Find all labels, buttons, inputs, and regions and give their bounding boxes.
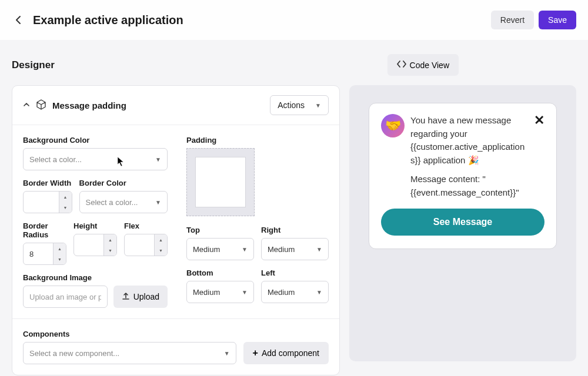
chevron-down-icon: ▼	[242, 289, 248, 296]
preview-line2: Message content: "{{event.message_conten…	[410, 173, 528, 199]
code-icon	[397, 60, 406, 70]
chevron-down-icon: ▼	[155, 199, 161, 206]
padding-bottom-select[interactable]: Medium ▼	[186, 281, 254, 303]
border-radius-label: Border Radius	[23, 221, 66, 239]
padding-right-value: Medium	[268, 245, 295, 254]
actions-dropdown[interactable]: Actions ▼	[270, 95, 329, 115]
preview-text: You have a new message regarding your {{…	[410, 114, 528, 199]
add-component-label: Add component	[262, 348, 319, 358]
padding-left-label: Left	[261, 268, 329, 277]
preview-card: 🤝 You have a new message regarding your …	[369, 103, 557, 249]
cube-icon	[36, 99, 46, 112]
back-button[interactable]	[12, 13, 26, 27]
bg-color-label: Background Color	[23, 136, 168, 145]
components-label: Components	[23, 330, 329, 338]
upload-icon	[122, 292, 130, 302]
border-color-select[interactable]: Select a color... ▼	[79, 191, 168, 213]
revert-button[interactable]: Revert	[491, 11, 534, 29]
border-color-label: Border Color	[79, 179, 168, 187]
chevron-down-icon: ▼	[155, 156, 161, 163]
bg-image-label: Background Image	[23, 273, 168, 282]
padding-left-select[interactable]: Medium ▼	[261, 281, 329, 303]
bg-color-select[interactable]: Select a color... ▼	[23, 148, 168, 170]
border-width-label: Border Width	[23, 179, 72, 187]
plus-icon: +	[253, 348, 258, 358]
border-radius-stepper[interactable]: ▲▼	[53, 243, 66, 264]
component-select[interactable]: Select a new component... ▼	[23, 342, 236, 364]
padding-bottom-value: Medium	[193, 288, 220, 297]
padding-top-select[interactable]: Medium ▼	[186, 238, 254, 260]
preview-pane: 🤝 You have a new message regarding your …	[349, 85, 576, 361]
chevron-down-icon: ▼	[316, 289, 322, 296]
upload-button[interactable]: Upload	[113, 286, 168, 308]
see-message-button[interactable]: See Message	[381, 209, 544, 236]
height-stepper[interactable]: ▲▼	[103, 234, 116, 256]
padding-top-value: Medium	[193, 245, 220, 254]
bg-image-input[interactable]	[23, 286, 108, 308]
chevron-down-icon: ▼	[315, 102, 321, 109]
close-icon[interactable]: ✕	[534, 114, 544, 127]
padding-right-label: Right	[261, 226, 329, 234]
height-label: Height	[74, 221, 117, 230]
handshake-icon: 🤝	[381, 114, 405, 137]
designer-panel: Message padding Actions ▼ Background Col…	[12, 85, 340, 375]
padding-right-select[interactable]: Medium ▼	[261, 238, 329, 260]
code-view-button[interactable]: Code View	[387, 54, 459, 76]
padding-bottom-label: Bottom	[186, 268, 254, 277]
preview-line1: You have a new message regarding your {{…	[410, 114, 528, 167]
padding-top-label: Top	[186, 226, 254, 234]
bg-color-placeholder: Select a color...	[29, 155, 82, 164]
chevron-down-icon: ▼	[242, 246, 248, 253]
chevron-down-icon: ▼	[224, 350, 230, 357]
flex-label: Flex	[124, 221, 168, 230]
collapse-icon[interactable]	[23, 100, 30, 110]
chevron-down-icon: ▼	[316, 246, 322, 253]
component-placeholder: Select a new component...	[29, 349, 119, 358]
border-width-stepper[interactable]: ▲▼	[59, 192, 72, 213]
flex-stepper[interactable]: ▲▼	[154, 234, 167, 256]
save-button[interactable]: Save	[539, 11, 576, 29]
panel-name: Message padding	[52, 100, 126, 110]
code-view-label: Code View	[410, 61, 449, 70]
padding-left-value: Medium	[268, 288, 295, 297]
actions-label: Actions	[278, 100, 305, 110]
add-component-button[interactable]: + Add component	[243, 342, 329, 364]
border-color-placeholder: Select a color...	[86, 198, 138, 207]
padding-preview	[186, 148, 255, 216]
section-title: Designer	[12, 59, 129, 71]
page-title: Example active application	[33, 14, 486, 27]
upload-label: Upload	[133, 292, 159, 301]
padding-label: Padding	[186, 136, 329, 145]
